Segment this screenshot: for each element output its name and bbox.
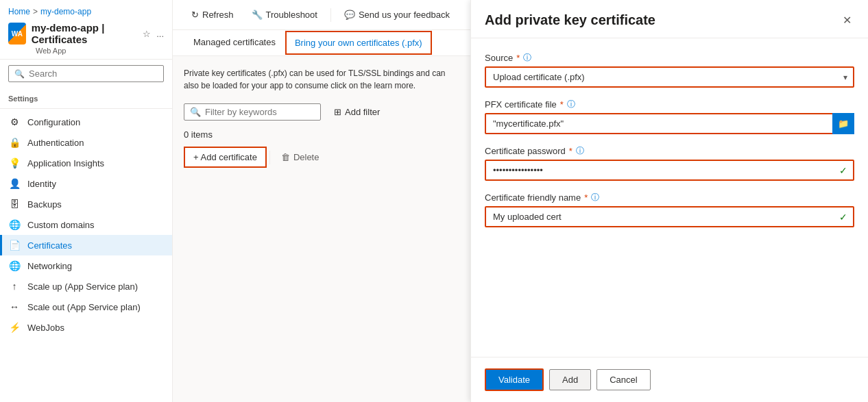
password-label: Certificate password * ⓘ [485, 145, 854, 157]
scale-out-icon: ↔ [8, 301, 21, 313]
password-group: Certificate password * ⓘ ✓ [485, 145, 854, 181]
configuration-icon: ⚙ [8, 116, 21, 128]
sidebar-item-label: Backups [27, 199, 62, 210]
sidebar-item-authentication[interactable]: 🔒 Authentication [0, 132, 172, 153]
main-content: Private key certificates (.pfx) can be u… [173, 56, 470, 402]
password-check-icon: ✓ [839, 165, 847, 176]
friendly-input-wrapper: ✓ [485, 206, 854, 227]
delete-icon: 🗑 [281, 152, 290, 162]
filter-label: Add filter [345, 107, 380, 117]
sidebar-item-backups[interactable]: 🗄 Backups [0, 194, 172, 214]
add-button[interactable]: Add [549, 369, 591, 390]
sidebar-item-identity[interactable]: 👤 Identity [0, 173, 172, 194]
refresh-icon: ↻ [191, 10, 199, 20]
sidebar-item-networking[interactable]: 🌐 Networking [0, 255, 172, 276]
panel-header: Add private key certificate ✕ [471, 0, 868, 38]
pfx-info-icon[interactable]: ⓘ [567, 99, 575, 110]
search-box: 🔍 [8, 65, 164, 82]
search-input[interactable] [29, 68, 158, 79]
pfx-input[interactable] [485, 113, 854, 134]
delete-button[interactable]: 🗑 Delete [273, 148, 328, 166]
tab-own-certificates[interactable]: Bring your own certificates (.pfx) [285, 31, 432, 55]
app-icon: WA [8, 23, 26, 45]
tab-managed[interactable]: Managed certificates [184, 30, 285, 55]
validate-button[interactable]: Validate [485, 368, 544, 391]
sidebar-item-application-insights[interactable]: 💡 Application Insights [0, 153, 172, 173]
source-select-wrapper: Upload certificate (.pfx) ▾ [485, 66, 854, 88]
pfx-input-wrapper: 📁 [485, 113, 854, 134]
panel-title: Add private key certificate [485, 12, 655, 28]
friendly-name-group: Certificate friendly name * ⓘ ✓ [485, 192, 854, 227]
file-icon: 📁 [838, 118, 849, 129]
sidebar-item-label: Scale out (App Service plan) [27, 302, 141, 312]
sidebar-item-label: Application Insights [27, 158, 104, 168]
tabs-row: Managed certificates Bring your own cert… [173, 30, 470, 56]
source-info-icon[interactable]: ⓘ [523, 52, 531, 64]
friendly-check-icon: ✓ [839, 212, 847, 223]
feedback-button[interactable]: 💬 Send us your feedback [337, 5, 457, 24]
sidebar-item-scale-up[interactable]: ↑ Scale up (App Service plan) [0, 276, 172, 297]
favorite-icon[interactable]: ☆ [143, 29, 151, 39]
sidebar-item-configuration[interactable]: ⚙ Configuration [0, 112, 172, 132]
breadcrumb-home[interactable]: Home [8, 7, 30, 16]
backups-icon: 🗄 [8, 198, 21, 210]
app-name: my-demo-app | Certificates [32, 22, 137, 45]
pfx-file-button[interactable]: 📁 [832, 113, 854, 134]
app-type: Web App [36, 47, 164, 55]
sidebar: Home > my-demo-app WA my-demo-app | Cert… [0, 0, 173, 402]
main-toolbar: ↻ Refresh 🔧 Troubleshoot 💬 Send us your … [173, 0, 470, 30]
panel-close-button[interactable]: ✕ [840, 11, 854, 29]
add-certificate-button[interactable]: + Add certificate [184, 147, 267, 168]
filter-input[interactable] [205, 107, 320, 117]
troubleshoot-icon: 🔧 [252, 10, 263, 20]
feedback-icon: 💬 [344, 10, 355, 20]
delete-label: Delete [293, 152, 320, 162]
panel-body: Source * ⓘ Upload certificate (.pfx) ▾ P… [471, 38, 868, 357]
sidebar-item-webjobs[interactable]: ⚡ WebJobs [0, 317, 172, 338]
identity-icon: 👤 [8, 177, 21, 190]
filter-icon: ⊞ [334, 107, 341, 117]
sidebar-item-label: Custom domains [27, 220, 95, 230]
breadcrumb-sep: > [33, 7, 38, 16]
source-group: Source * ⓘ Upload certificate (.pfx) ▾ [485, 52, 854, 88]
friendly-name-input[interactable] [485, 206, 854, 227]
add-filter-button[interactable]: ⊞ Add filter [326, 103, 387, 121]
sidebar-item-certificates[interactable]: 📄 Certificates [0, 235, 172, 255]
pfx-required: * [560, 99, 564, 110]
source-select[interactable]: Upload certificate (.pfx) [485, 66, 854, 88]
troubleshoot-button[interactable]: 🔧 Troubleshoot [244, 5, 325, 24]
action-separator [269, 151, 270, 164]
filter-search-icon: 🔍 [190, 107, 201, 117]
feedback-label: Send us your feedback [359, 10, 450, 20]
source-required: * [516, 53, 520, 63]
description-text: Private key certificates (.pfx) can be u… [184, 67, 459, 92]
sidebar-item-label: Certificates [27, 240, 72, 251]
cancel-button[interactable]: Cancel [596, 369, 650, 390]
friendly-name-label: Certificate friendly name * ⓘ [485, 192, 854, 203]
filter-input-wrapper: 🔍 [184, 103, 321, 121]
friendly-info-icon[interactable]: ⓘ [591, 192, 599, 203]
scale-up-icon: ↑ [8, 280, 21, 292]
filter-row: 🔍 ⊞ Add filter [184, 103, 459, 121]
right-panel: Add private key certificate ✕ Source * ⓘ… [470, 0, 868, 402]
breadcrumb-app[interactable]: my-demo-app [40, 7, 91, 16]
sidebar-item-scale-out[interactable]: ↔ Scale out (App Service plan) [0, 297, 172, 317]
refresh-button[interactable]: ↻ Refresh [184, 5, 241, 24]
action-row: + Add certificate 🗑 Delete [184, 147, 459, 168]
more-icon[interactable]: ... [156, 29, 164, 39]
settings-label: Settings [0, 88, 172, 105]
app-title-actions[interactable]: ☆ ... [143, 29, 164, 39]
networking-icon: 🌐 [8, 260, 21, 272]
sidebar-item-custom-domains[interactable]: 🌐 Custom domains [0, 214, 172, 235]
sidebar-item-label: Authentication [27, 138, 84, 148]
sidebar-item-label: Scale up (App Service plan) [27, 281, 138, 292]
source-label: Source * ⓘ [485, 52, 854, 64]
refresh-label: Refresh [202, 10, 234, 20]
password-info-icon[interactable]: ⓘ [576, 145, 584, 157]
troubleshoot-label: Troubleshoot [266, 10, 317, 20]
sidebar-item-label: WebJobs [27, 323, 64, 333]
password-input[interactable] [485, 160, 854, 181]
password-input-wrapper: ✓ [485, 160, 854, 181]
pfx-label: PFX certificate file * ⓘ [485, 99, 854, 110]
domains-icon: 🌐 [8, 218, 21, 231]
